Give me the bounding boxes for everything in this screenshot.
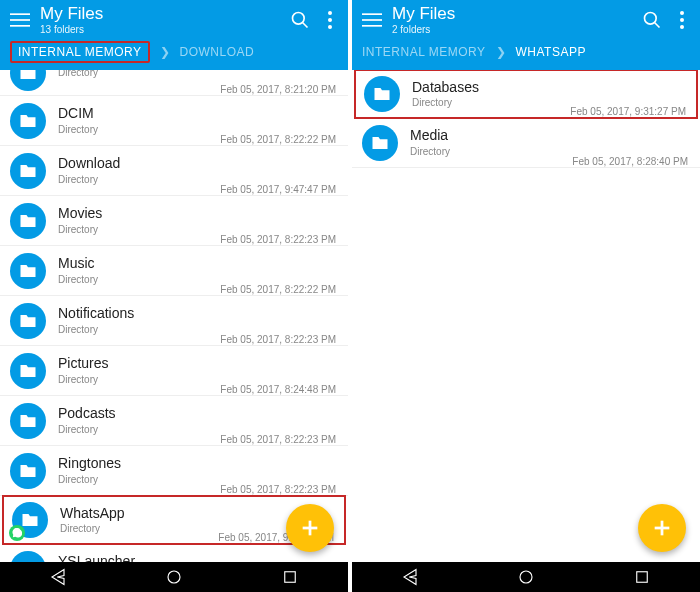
fab-add-button[interactable] [286,504,334,552]
item-time: Feb 05, 2017, 8:22:23 PM [220,484,336,495]
android-nav-bar [0,562,348,592]
folder-icon [12,502,48,538]
overflow-menu-icon[interactable] [328,11,332,29]
svg-point-7 [328,25,332,29]
list-item[interactable]: DCIMDirectoryFeb 05, 2017, 8:22:22 PM [0,96,348,146]
list-item[interactable]: Directory Feb 05, 2017, 8:21:20 PM [0,70,348,96]
breadcrumb-internal-memory[interactable]: INTERNAL MEMORY [362,45,486,59]
app-subtitle: 13 folders [40,24,290,35]
item-name: Notifications [58,305,220,322]
item-time: Feb 05, 2017, 9:47:47 PM [220,184,336,195]
nav-back-icon[interactable] [401,568,419,586]
item-name: Databases [412,79,570,96]
item-type: Directory [412,97,570,109]
list-item[interactable]: MoviesDirectoryFeb 05, 2017, 8:22:23 PM [0,196,348,246]
item-name: Movies [58,205,220,222]
hamburger-icon[interactable] [362,10,382,30]
svg-point-6 [328,18,332,22]
item-time: Feb 05, 2017, 8:22:22 PM [220,284,336,295]
item-type: Directory [58,424,220,436]
svg-point-19 [680,25,684,29]
item-type: Directory [58,324,220,336]
item-name: YSLauncher [58,553,220,562]
item-time: Feb 05, 2017, 8:22:23 PM [220,334,336,345]
chevron-right-icon: ❯ [496,45,506,59]
folder-icon [10,153,46,189]
svg-rect-2 [10,25,30,27]
screen-right: My Files 2 folders INTERNAL MEMORY ❯ WHA… [352,0,700,592]
folder-icon [10,353,46,389]
folder-icon [364,76,400,112]
item-type: Directory [58,70,220,79]
breadcrumb-whatsapp[interactable]: WHATSAPP [516,45,586,59]
list-item[interactable]: DownloadDirectoryFeb 05, 2017, 9:47:47 P… [0,146,348,196]
item-time: Feb 05, 2017, 8:24:48 PM [220,384,336,395]
nav-back-icon[interactable] [49,568,67,586]
item-type: Directory [60,523,218,535]
item-type: Directory [58,224,220,236]
svg-point-3 [293,13,305,25]
folder-list[interactable]: Directory Feb 05, 2017, 8:21:20 PM DCIMD… [0,70,348,562]
folder-icon [362,125,398,161]
folder-icon [10,453,46,489]
nav-recents-icon[interactable] [633,568,651,586]
app-title: My Files [40,5,290,24]
breadcrumb-download[interactable]: DOWNLOAD [180,45,255,59]
overflow-menu-icon[interactable] [680,11,684,29]
breadcrumb: INTERNAL MEMORY ❯ WHATSAPP [352,40,700,70]
item-time: Feb 05, 2017, 9:31:27 PM [570,106,686,117]
list-item[interactable]: RingtonesDirectoryFeb 05, 2017, 8:22:23 … [0,446,348,496]
android-nav-bar [352,562,700,592]
list-item[interactable]: PodcastsDirectoryFeb 05, 2017, 8:22:23 P… [0,396,348,446]
screen-left: My Files 13 folders INTERNAL MEMORY ❯ DO… [0,0,348,592]
svg-rect-11 [285,572,296,583]
folder-icon [10,203,46,239]
list-item[interactable]: NotificationsDirectoryFeb 05, 2017, 8:22… [0,296,348,346]
svg-rect-9 [303,527,318,530]
item-type: Directory [58,274,220,286]
item-name: Pictures [58,355,220,372]
svg-rect-13 [362,19,382,21]
svg-rect-23 [637,572,648,583]
breadcrumb-internal-memory[interactable]: INTERNAL MEMORY [10,41,150,63]
item-name: WhatsApp [60,505,218,522]
svg-point-10 [168,571,180,583]
list-item[interactable]: MediaDirectoryFeb 05, 2017, 8:28:40 PM [352,118,700,168]
folder-icon [10,103,46,139]
item-type: Directory [58,174,220,186]
fab-add-button[interactable] [638,504,686,552]
folder-icon [10,253,46,289]
svg-line-4 [303,23,308,28]
list-item[interactable]: MusicDirectoryFeb 05, 2017, 8:22:22 PM [0,246,348,296]
svg-rect-14 [362,25,382,27]
app-subtitle: 2 folders [392,24,642,35]
item-time: Feb 05, 2017, 8:22:23 PM [220,434,336,445]
nav-home-icon[interactable] [165,568,183,586]
app-bar: My Files 2 folders INTERNAL MEMORY ❯ WHA… [352,0,700,70]
item-name: Ringtones [58,455,220,472]
item-name: Podcasts [58,405,220,422]
item-time: Feb 05, 2017, 8:28:40 PM [572,156,688,167]
search-icon[interactable] [290,10,310,30]
svg-line-16 [655,23,660,28]
item-type: Directory [58,374,220,386]
item-name: DCIM [58,105,220,122]
folder-icon [10,551,46,563]
app-title: My Files [392,5,642,24]
nav-recents-icon[interactable] [281,568,299,586]
svg-point-17 [680,11,684,15]
folder-icon [10,303,46,339]
item-time: Feb 05, 2017, 8:22:22 PM [220,134,336,145]
folder-icon [10,403,46,439]
folder-icon [10,70,46,91]
nav-home-icon[interactable] [517,568,535,586]
hamburger-icon[interactable] [10,10,30,30]
list-item[interactable]: DatabasesDirectoryFeb 05, 2017, 9:31:27 … [354,70,698,119]
item-name: Music [58,255,220,272]
folder-list[interactable]: DatabasesDirectoryFeb 05, 2017, 9:31:27 … [352,70,700,562]
svg-point-22 [520,571,532,583]
svg-point-15 [645,13,657,25]
search-icon[interactable] [642,10,662,30]
item-time: Feb 05, 2017, 8:21:20 PM [220,84,336,95]
list-item[interactable]: PicturesDirectoryFeb 05, 2017, 8:24:48 P… [0,346,348,396]
